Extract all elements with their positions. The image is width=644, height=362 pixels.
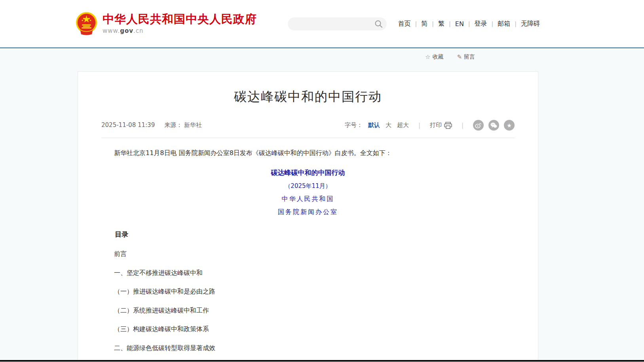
article-title: 碳达峰碳中和的中国行动 (101, 88, 515, 106)
publish-date: 2025-11-08 11:39 (101, 121, 155, 129)
nav-accessibility[interactable]: 无障碍 (517, 20, 544, 28)
font-size-xlarge-button[interactable]: 超大 (397, 121, 409, 129)
star-icon: ☆ (425, 53, 430, 61)
toc-item-1-3: （三）构建碳达峰碳中和政策体系 (101, 325, 515, 334)
header-divider-line (0, 47, 644, 48)
doc-date: （2025年11月） (101, 182, 515, 190)
site-title: 中华人民共和国中央人民政府 (103, 13, 257, 26)
toc-item-preface: 前言 (101, 250, 515, 258)
national-emblem-icon (75, 12, 98, 36)
site-url: www.gov.cn (103, 27, 257, 34)
font-size-label: 字号： (345, 121, 363, 129)
meta-separator (101, 138, 515, 138)
source: 来源： 新华社 (164, 121, 202, 129)
toc-item-1: 一、坚定不移推进碳达峰碳中和 (101, 269, 515, 277)
nav-home[interactable]: 首页 (394, 20, 415, 28)
toc-heading: 目录 (101, 230, 515, 239)
print-label: 打印 (430, 121, 442, 129)
share-qzone-button[interactable]: ★ (504, 120, 515, 131)
doc-author-line1: 中华人民共和国 (101, 195, 515, 203)
article-intro: 新华社北京11月8日电 国务院新闻办公室8日发布《碳达峰碳中和的中国行动》白皮书… (101, 149, 515, 157)
article-card: 碳达峰碳中和的中国行动 2025-11-08 11:39 来源： 新华社 字号：… (78, 71, 538, 362)
nav-traditional[interactable]: 繁 (434, 20, 449, 28)
window-bottom-edge (0, 360, 644, 362)
comment-button[interactable]: ✎ 留言 (457, 53, 475, 61)
pencil-icon: ✎ (457, 53, 462, 61)
article-body: 新华社北京11月8日电 国务院新闻办公室8日发布《碳达峰碳中和的中国行动》白皮书… (101, 149, 515, 362)
favorite-button[interactable]: ☆ 收藏 (425, 53, 443, 61)
site-header: 中华人民共和国中央人民政府 www.gov.cn 首页 | 简 | (0, 0, 644, 47)
print-button[interactable]: 打印 (430, 121, 452, 129)
favorite-label: 收藏 (432, 53, 443, 61)
meta-divider: | (414, 122, 424, 129)
share-icons: ★ (473, 120, 515, 131)
weibo-icon (475, 122, 482, 128)
nav-simplified[interactable]: 简 (417, 20, 432, 28)
page: 中华人民共和国中央人民政府 www.gov.cn 首页 | 简 | (0, 0, 644, 362)
search-box (288, 17, 387, 30)
meta-divider: | (458, 122, 467, 129)
font-size-large-button[interactable]: 大 (386, 121, 391, 129)
share-wechat-button[interactable] (488, 120, 499, 131)
comment-label: 留言 (464, 53, 475, 61)
toc-item-2: 二、能源绿色低碳转型取得显著成效 (101, 344, 515, 353)
doc-title: 碳达峰碳中和的中国行动 (101, 168, 515, 177)
toc-item-1-1: （一）推进碳达峰碳中和是必由之路 (101, 287, 515, 296)
site-logo[interactable]: 中华人民共和国中央人民政府 www.gov.cn (75, 12, 257, 36)
font-size-default-button[interactable]: 默认 (368, 121, 380, 129)
article-meta-row: 2025-11-08 11:39 来源： 新华社 字号： 默认 大 超大 | 打… (101, 120, 515, 131)
share-weibo-button[interactable] (473, 120, 484, 131)
nav-login[interactable]: 登录 (470, 20, 492, 28)
doc-author-line2: 国务院新闻办公室 (101, 208, 515, 216)
source-name: 新华社 (184, 121, 202, 129)
nav-english[interactable]: EN (451, 20, 468, 28)
top-nav: 首页 | 简 | 繁 | EN | 登录 | 邮箱 | 无障碍 (394, 20, 544, 28)
search-input[interactable] (294, 17, 371, 30)
nav-mail[interactable]: 邮箱 (493, 20, 515, 28)
toc-item-1-2: （二）系统推进碳达峰碳中和工作 (101, 306, 515, 315)
wechat-icon (490, 122, 497, 128)
search-icon[interactable] (374, 20, 383, 28)
article-action-row: ☆ 收藏 ✎ 留言 (78, 53, 538, 61)
star-share-icon: ★ (507, 122, 512, 129)
printer-icon (444, 122, 452, 129)
